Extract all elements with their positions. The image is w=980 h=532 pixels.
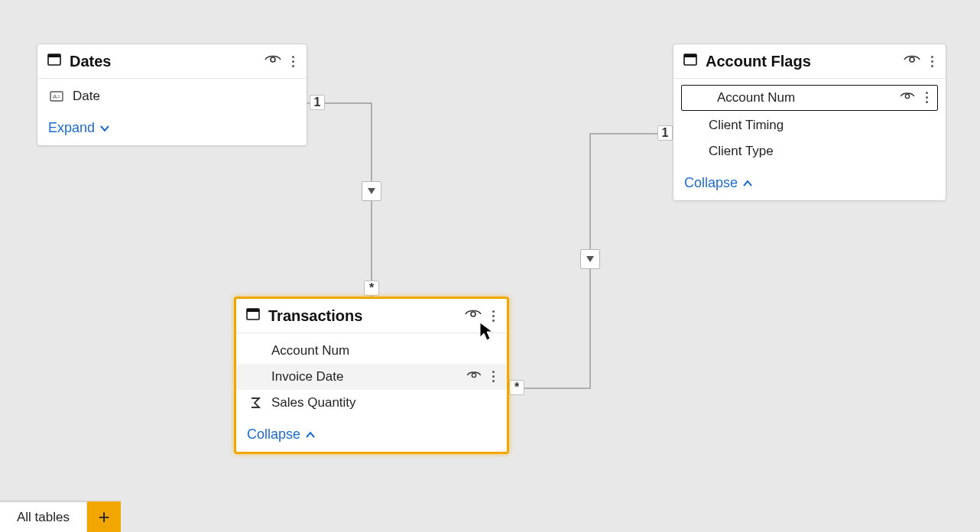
svg-point-14 — [905, 94, 909, 98]
svg-point-13 — [910, 57, 914, 62]
field-name: Sales Quantity — [271, 395, 498, 410]
field-row[interactable]: Account Num — [681, 85, 938, 111]
add-view-button[interactable]: + — [87, 501, 121, 532]
visibility-icon[interactable] — [900, 90, 915, 105]
svg-point-4 — [271, 57, 275, 62]
table-header[interactable]: Account Flags — [673, 44, 946, 79]
table-header[interactable]: Dates — [37, 44, 307, 79]
sigma-icon — [247, 397, 264, 409]
table-title: Transactions — [268, 307, 457, 325]
field-name: Account Num — [271, 343, 498, 358]
expand-toggle[interactable]: Expand — [37, 114, 307, 145]
bottom-tab-bar: All tables + — [0, 500, 121, 532]
collapse-toggle[interactable]: Collapse — [673, 169, 946, 200]
more-options-icon[interactable] — [489, 369, 498, 384]
more-options-icon[interactable] — [923, 90, 931, 105]
field-name: Date — [73, 89, 297, 104]
table-header[interactable]: Transactions — [236, 299, 507, 333]
chevron-down-icon — [99, 125, 110, 132]
visibility-icon[interactable] — [904, 54, 920, 69]
visibility-icon[interactable] — [466, 369, 482, 384]
svg-marker-0 — [368, 188, 375, 194]
view-tab-all-tables[interactable]: All tables — [0, 501, 87, 532]
table-card-account-flags[interactable]: Account Flags Account Num Client Timing — [673, 44, 946, 201]
svg-marker-1 — [586, 256, 594, 262]
model-canvas[interactable]: 1 * 1 * Dates A= Date — [0, 0, 980, 532]
filter-direction-icon[interactable] — [580, 249, 600, 269]
more-options-icon[interactable] — [489, 309, 498, 323]
more-options-icon[interactable] — [928, 54, 936, 69]
field-name: Invoice Date — [271, 369, 459, 384]
chevron-up-icon — [742, 180, 753, 187]
chevron-up-icon — [305, 431, 316, 439]
table-card-transactions[interactable]: Transactions Account Num Invoice Date — [234, 297, 509, 454]
svg-rect-3 — [48, 54, 60, 57]
cardinality-label: * — [364, 281, 379, 296]
field-name: Client Timing — [709, 118, 936, 133]
svg-point-9 — [471, 312, 475, 316]
table-title: Dates — [70, 53, 257, 70]
svg-rect-12 — [684, 54, 696, 57]
visibility-icon[interactable] — [264, 54, 281, 69]
collapse-toggle[interactable]: Collapse — [236, 420, 507, 452]
table-icon — [47, 52, 62, 70]
field-row[interactable]: Invoice Date — [236, 364, 507, 390]
table-fields: Account Num Client Timing Client Type — [673, 79, 946, 169]
svg-point-10 — [472, 373, 475, 377]
more-options-icon[interactable] — [289, 54, 297, 69]
table-fields: Account Num Invoice Date Sales Quantity — [236, 333, 507, 420]
table-icon — [245, 307, 261, 325]
field-name: Account Num — [717, 90, 892, 105]
field-row[interactable]: Client Timing — [673, 112, 946, 138]
field-row[interactable]: Client Type — [673, 138, 946, 164]
cardinality-label: 1 — [310, 95, 325, 110]
table-card-dates[interactable]: Dates A= Date Expand — [37, 44, 307, 146]
svg-rect-8 — [247, 309, 259, 312]
field-row[interactable]: Sales Quantity — [236, 390, 507, 416]
text-field-icon: A= — [48, 91, 65, 102]
field-name: Client Type — [709, 144, 936, 159]
table-title: Account Flags — [706, 53, 896, 70]
visibility-icon[interactable] — [465, 308, 482, 323]
cardinality-label: * — [509, 380, 524, 395]
svg-text:A=: A= — [53, 93, 60, 100]
cardinality-label: 1 — [657, 125, 673, 141]
table-fields: A= Date — [37, 79, 307, 114]
table-icon — [683, 52, 698, 70]
filter-direction-icon[interactable] — [362, 181, 381, 201]
field-row[interactable]: Account Num — [236, 338, 507, 364]
field-row[interactable]: A= Date — [37, 83, 307, 109]
